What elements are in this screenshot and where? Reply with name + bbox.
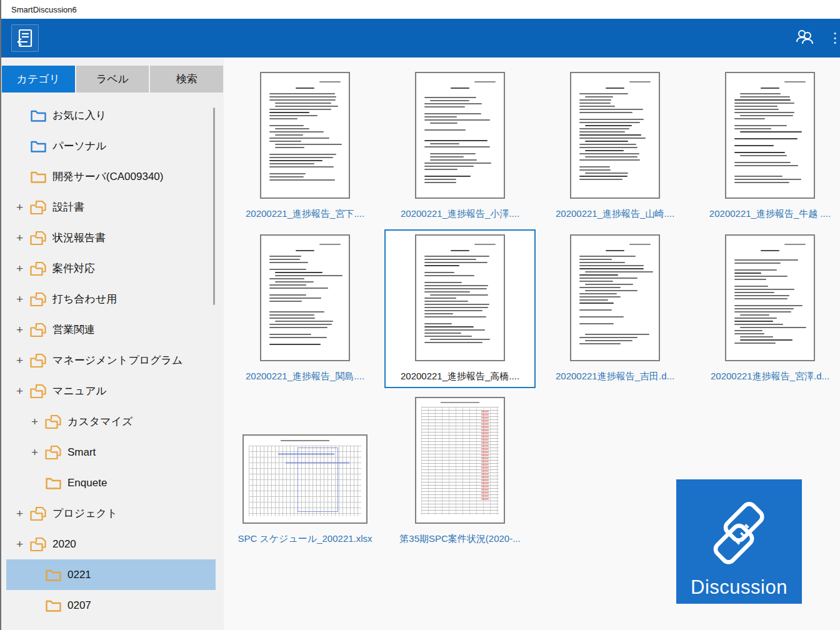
tree-item[interactable]: + マニュアル <box>6 376 216 406</box>
expand-plus-icon[interactable]: + <box>16 262 30 276</box>
document-grid-area: 20200221_進捗報告_宮下.... 20200221_進捗報告_小澤...… <box>224 58 840 630</box>
tree-scrollbar[interactable] <box>213 108 215 305</box>
sidebar: カテゴリ ラベル 検索 + お気に入り + <box>0 58 224 630</box>
window-title: SmartDiscussion6 <box>11 5 77 14</box>
tree-item-label: 打ち合わせ用 <box>52 292 117 306</box>
document-thumbnail <box>382 234 538 361</box>
document-tile[interactable]: 20200221_進捗報告_宮下.... <box>228 72 382 234</box>
sidebar-tabs: カテゴリ ラベル 検索 <box>2 66 223 92</box>
tree-item-label: パーソナル <box>52 139 107 153</box>
tab-category[interactable]: カテゴリ <box>2 66 75 92</box>
document-thumbnail <box>692 72 840 199</box>
document-thumbnail <box>692 234 840 361</box>
discussion-logo: Discussion <box>676 479 802 604</box>
tree-item[interactable]: + 2020 <box>6 529 216 559</box>
document-tile[interactable]: 20200221_進捗報告_小澤.... <box>382 72 538 234</box>
document-thumbnail <box>382 72 538 199</box>
tab-label[interactable]: ラベル <box>76 66 149 92</box>
document-tile[interactable]: 第35期SPC案件状況(2020-... <box>382 397 538 559</box>
document-thumbnail <box>228 397 382 524</box>
document-tile[interactable]: SPC スケジュール_200221.xlsx <box>228 397 382 559</box>
folder-icon <box>30 292 47 307</box>
tree-item-label: マネージメントプログラム <box>52 353 182 368</box>
tree-item[interactable]: + カスタマイズ <box>6 406 216 437</box>
folder-icon <box>30 169 47 184</box>
folder-icon <box>30 200 47 215</box>
tree-item[interactable]: + お気に入り <box>6 100 216 131</box>
document-thumbnail <box>228 72 382 199</box>
expand-plus-icon[interactable]: + <box>16 323 30 337</box>
document-tile[interactable]: 20200221_進捗報告_関島.... <box>228 234 382 397</box>
discussion-s-mark-icon <box>702 496 777 576</box>
expand-plus-icon[interactable]: + <box>16 507 30 521</box>
expand-plus-icon[interactable]: + <box>16 354 30 368</box>
folder-icon <box>30 139 47 154</box>
tree-item[interactable]: + Smart <box>6 437 216 468</box>
document-title: 20200221進捗報告_吉田.d... <box>540 369 690 383</box>
tree-item[interactable]: + 0221 <box>6 559 216 590</box>
folder-icon <box>45 414 62 429</box>
expand-plus-icon[interactable]: + <box>16 201 30 214</box>
people-glyph <box>795 28 815 46</box>
document-title: SPC スケジュール_200221.xlsx <box>230 532 380 546</box>
tree-item[interactable]: + Enquete <box>6 468 216 498</box>
document-title: 20200221_進捗報告_小澤.... <box>385 207 535 221</box>
vertical-ellipsis-icon[interactable]: ⋮ <box>830 19 840 58</box>
tile-row: 20200221_進捗報告_宮下.... 20200221_進捗報告_小澤...… <box>228 72 840 234</box>
folder-icon <box>45 598 62 613</box>
folder-icon <box>45 445 62 460</box>
tree-item[interactable]: + プロジェクト <box>6 498 216 529</box>
folder-icon <box>30 537 47 552</box>
folder-icon <box>30 322 47 338</box>
tree-item[interactable]: + 打ち合わせ用 <box>6 284 216 314</box>
logo-text: Discussion <box>691 576 788 599</box>
document-title: 20200221進捗報告_宮澤.d... <box>695 369 840 383</box>
tree-item-label: お気に入り <box>52 108 106 122</box>
tree-item[interactable]: + 営業関連 <box>6 314 216 345</box>
tree-item-label: Smart <box>68 446 96 459</box>
folder-icon <box>30 384 47 399</box>
folder-icon <box>30 261 47 276</box>
exit-document-icon[interactable] <box>11 24 39 52</box>
expand-plus-icon[interactable]: + <box>16 384 30 398</box>
document-thumbnail <box>228 234 382 361</box>
folder-icon <box>45 476 62 491</box>
tree-item-label: 0221 <box>68 569 91 581</box>
tree-item[interactable]: + 状況報告書 <box>6 222 216 253</box>
folder-icon <box>30 231 47 246</box>
document-tile[interactable]: 20200221_進捗報告_高橋.... <box>382 234 538 397</box>
document-title: 20200221_進捗報告_高橋.... <box>385 369 535 383</box>
tree-item-label: マニュアル <box>52 384 107 398</box>
tree-item-label: 開発サーバ(CA009340) <box>52 169 163 184</box>
folder-icon <box>45 568 62 582</box>
tree-item[interactable]: + 設計書 <box>6 192 216 222</box>
document-tile[interactable]: 20200221進捗報告_宮澤.d... <box>692 234 840 397</box>
tree-item[interactable]: + 開発サーバ(CA009340) <box>6 161 216 192</box>
expand-plus-icon[interactable]: + <box>16 292 30 306</box>
document-title: 20200221_進捗報告_関島.... <box>230 369 380 383</box>
tree-item-label: 営業関連 <box>52 322 95 337</box>
tree-item[interactable]: + 0207 <box>6 590 216 621</box>
people-icon[interactable] <box>795 28 815 48</box>
folder-icon <box>30 353 47 368</box>
expand-plus-icon[interactable]: + <box>16 538 30 551</box>
expand-plus-icon[interactable]: + <box>16 231 30 245</box>
document-tile[interactable]: 20200221_進捗報告_牛越 .... <box>692 72 840 234</box>
document-title: 20200221_進捗報告_山崎.... <box>540 207 690 221</box>
tree-item-label: プロジェクト <box>52 506 118 521</box>
tree-item-label: Enquete <box>68 477 107 489</box>
tree-item-label: 状況報告書 <box>52 231 106 245</box>
tree-item[interactable]: + 案件対応 <box>6 253 216 284</box>
tree-item[interactable]: + マネージメントプログラム <box>6 345 216 376</box>
expand-plus-icon[interactable]: + <box>31 446 45 459</box>
tab-search[interactable]: 検索 <box>150 66 223 92</box>
exit-document-glyph <box>14 28 36 49</box>
document-title: 20200221_進捗報告_宮下.... <box>230 207 380 221</box>
document-tile[interactable]: 20200221進捗報告_吉田.d... <box>538 234 692 397</box>
document-title: 第35期SPC案件状況(2020-... <box>385 532 535 546</box>
folder-icon <box>30 108 47 123</box>
document-tile[interactable]: 20200221_進捗報告_山崎.... <box>538 72 692 234</box>
tree-item[interactable]: + パーソナル <box>6 131 216 161</box>
tree-item-label: 設計書 <box>52 200 84 214</box>
expand-plus-icon[interactable]: + <box>31 415 45 429</box>
